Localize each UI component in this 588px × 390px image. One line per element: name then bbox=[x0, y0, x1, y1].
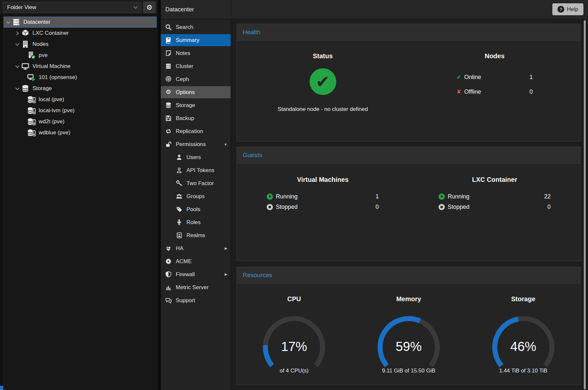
vertical-scrollbar[interactable] bbox=[584, 20, 586, 389]
gear-icon: ⚙ bbox=[147, 4, 153, 11]
building-icon bbox=[21, 40, 30, 48]
guest-status-row[interactable]: Running22 bbox=[439, 191, 551, 202]
menu-item-options[interactable]: ⚙Options bbox=[161, 86, 231, 98]
tree-item-virtual-machine[interactable]: Virtual Machine bbox=[0, 61, 158, 72]
menu-item-api-tokens[interactable]: API Tokens bbox=[161, 164, 231, 176]
book-icon bbox=[165, 37, 172, 44]
menu-item-two-factor[interactable]: Two Factor bbox=[161, 177, 231, 189]
menu-item-acme[interactable]: ACME bbox=[161, 255, 231, 267]
menu-item-label: Realms bbox=[186, 232, 205, 239]
question-circle-icon: ? bbox=[557, 6, 564, 13]
menu-item-label: Support bbox=[176, 297, 195, 304]
tree-item-wdblue-pve[interactable]: wdblue (pve) bbox=[0, 127, 158, 138]
bottom-left-accent bbox=[0, 386, 3, 390]
database-drive-icon bbox=[27, 128, 36, 137]
menu-item-cluster[interactable]: Cluster bbox=[161, 60, 231, 72]
menu-item-realms[interactable]: Realms bbox=[161, 229, 231, 241]
menu-item-search[interactable]: Search bbox=[161, 21, 231, 33]
guest-status-label: Running bbox=[448, 193, 469, 200]
node-status-value: 0 bbox=[530, 88, 533, 95]
tree-item-pve[interactable]: pve bbox=[0, 50, 158, 61]
tree-item-local-pve[interactable]: local (pve) bbox=[0, 94, 158, 105]
menu-item-firewall[interactable]: Firewall▶ bbox=[161, 268, 231, 280]
tree-settings-button[interactable]: ⚙ bbox=[143, 2, 156, 13]
tree-item-label: Datacenter bbox=[23, 19, 50, 25]
gear-icon: ⚙ bbox=[165, 89, 172, 96]
tree-item-wd2t-pve[interactable]: wd2t (pve) bbox=[0, 116, 158, 127]
expander-closed-icon[interactable] bbox=[15, 31, 19, 35]
database-drive-icon bbox=[27, 106, 36, 115]
guest-group-header: Virtual Machines bbox=[237, 176, 409, 183]
expander-open-icon[interactable] bbox=[15, 86, 19, 90]
tree-item-label: local-lvm (pve) bbox=[39, 107, 75, 114]
menu-item-label: ACME bbox=[176, 258, 192, 265]
server-stack-icon bbox=[165, 63, 172, 70]
gauge-arc: 46% bbox=[488, 313, 559, 375]
menu-item-label: Options bbox=[176, 89, 195, 96]
chevron-down-icon bbox=[134, 5, 138, 9]
tree-item-local-lvm-pve[interactable]: local-lvm (pve) bbox=[0, 105, 158, 116]
guest-status-row[interactable]: Running1 bbox=[267, 191, 379, 202]
menu-item-label: API Tokens bbox=[186, 167, 214, 174]
gauge-percent: 46% bbox=[488, 339, 559, 354]
tree-item-storage[interactable]: Storage bbox=[0, 83, 158, 94]
menu-item-replication[interactable]: Replication bbox=[161, 125, 231, 137]
guest-status-row[interactable]: Stopped0 bbox=[267, 202, 379, 212]
menu-item-metric-server[interactable]: Metric Server bbox=[161, 281, 231, 293]
menu-item-groups[interactable]: Groups bbox=[161, 190, 231, 202]
user-outline-icon bbox=[175, 167, 183, 174]
menu-item-pools[interactable]: Pools bbox=[161, 203, 231, 215]
menu-item-label: Roles bbox=[186, 219, 200, 226]
retweet-icon bbox=[165, 128, 172, 135]
menu-item-storage[interactable]: Storage bbox=[161, 99, 231, 111]
help-button[interactable]: ? Help bbox=[552, 3, 583, 15]
search-icon bbox=[165, 24, 172, 31]
tree-item-datacenter[interactable]: Datacenter bbox=[4, 17, 157, 28]
expander-open-icon[interactable] bbox=[15, 42, 19, 46]
tree-item-label: local (pve) bbox=[39, 96, 64, 103]
menu-item-label: Search bbox=[176, 24, 193, 31]
panel-splitter[interactable] bbox=[158, 0, 161, 390]
menu-item-ceph[interactable]: Ceph bbox=[161, 73, 231, 85]
menu-item-roles[interactable]: Roles bbox=[161, 216, 231, 228]
expander-open-icon[interactable] bbox=[15, 64, 19, 68]
server-stack-icon bbox=[12, 18, 20, 26]
menu-item-label: HA bbox=[176, 245, 184, 252]
guest-status-value: 1 bbox=[376, 193, 379, 200]
node-status-label: Online bbox=[464, 74, 481, 81]
tree-item-label: pve bbox=[39, 52, 47, 59]
shield-icon bbox=[165, 271, 172, 278]
tree-item-101-opnsense[interactable]: 101 (opnsense) bbox=[0, 72, 158, 83]
menu-item-support[interactable]: Support bbox=[161, 294, 231, 306]
expander-open-icon[interactable] bbox=[6, 20, 10, 24]
tree-item-label: LXC Container bbox=[32, 30, 69, 36]
resource-gauge-memory: Memory 59%9.11 GiB of 15.50 GiB bbox=[352, 284, 466, 374]
menu-item-label: Cluster bbox=[176, 63, 193, 70]
view-selector-combo[interactable]: Folder View bbox=[3, 2, 141, 13]
guest-status-value: 0 bbox=[376, 204, 379, 210]
health-panel-title: Health bbox=[237, 24, 581, 41]
comments-icon bbox=[165, 297, 172, 304]
database-icon bbox=[21, 84, 30, 93]
menu-item-permissions[interactable]: Permissions▼ bbox=[161, 138, 231, 150]
guest-status-row[interactable]: Stopped0 bbox=[439, 202, 551, 212]
tree-item-lxc-container[interactable]: LXC Container bbox=[0, 28, 158, 39]
tag-icon bbox=[175, 206, 183, 213]
tree-item-label: wdblue (pve) bbox=[39, 129, 70, 136]
menu-item-summary[interactable]: Summary bbox=[161, 34, 231, 46]
health-panel: Health Status ✔ Standalone node - no clu… bbox=[236, 24, 581, 141]
monitor-play-icon bbox=[27, 73, 36, 82]
node-status-row: ✔Online1 bbox=[456, 74, 533, 81]
tree-item-nodes[interactable]: Nodes bbox=[0, 39, 158, 50]
menu-item-backup[interactable]: Backup bbox=[161, 112, 231, 124]
guest-status-label: Stopped bbox=[448, 204, 469, 210]
resource-tree: DatacenterLXC ContainerNodespveVirtual M… bbox=[0, 15, 158, 138]
resource-gauge-storage: Storage 46%1.44 TiB of 3.10 TiB bbox=[466, 284, 581, 374]
menu-item-users[interactable]: Users bbox=[161, 151, 231, 163]
menu-item-ha[interactable]: HA▶ bbox=[161, 242, 231, 254]
main-content: ? Help Health Status ✔ Standalone node -… bbox=[231, 0, 588, 390]
guests-panel: Guests Virtual MachinesRunning1Stopped0L… bbox=[236, 147, 581, 261]
menu-item-notes[interactable]: Notes bbox=[161, 47, 231, 59]
stop-circle-icon bbox=[267, 204, 273, 210]
datacenter-menu-panel: Datacenter SearchSummaryNotesClusterCeph… bbox=[161, 0, 231, 390]
